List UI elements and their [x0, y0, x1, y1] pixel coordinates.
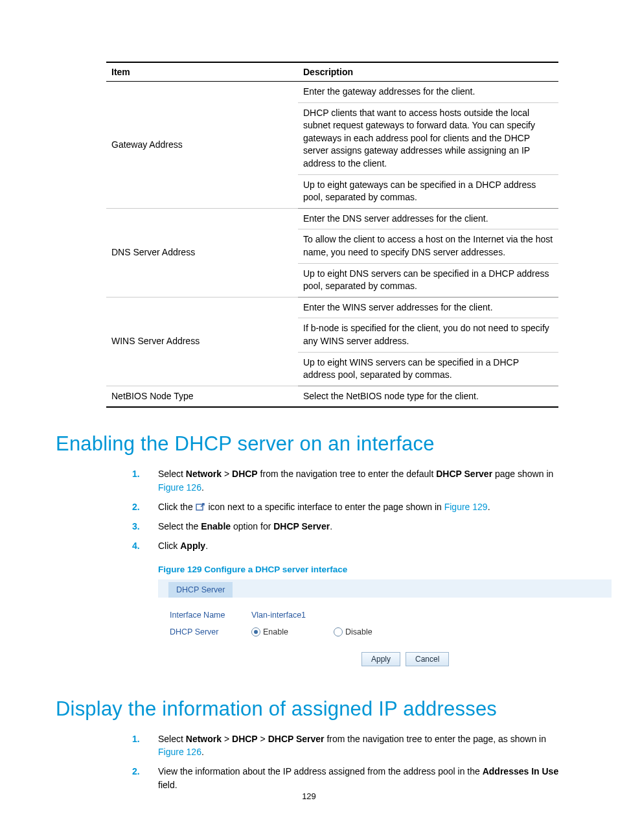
step-1: Select Network > DHCP > DHCP Server from… — [132, 732, 562, 765]
row-item-netbios: NetBIOS Node Type — [106, 386, 298, 407]
row-desc: Select the NetBIOS node type for the cli… — [298, 386, 558, 407]
fig-tabbar: DHCP Server — [158, 579, 612, 598]
row-desc: Enter the gateway addresses for the clie… — [298, 82, 558, 103]
step-4: Click Apply. — [132, 539, 562, 559]
step-1: Select Network > DHCP from the navigatio… — [132, 467, 562, 500]
figure-129-caption: Figure 129 Configure a DHCP server inter… — [158, 565, 562, 574]
page-number: 129 — [0, 791, 618, 801]
heading-enable-dhcp: Enabling the DHCP server on an interface — [56, 432, 562, 456]
figure-129: DHCP Server Interface Name Vlan-interfac… — [158, 579, 612, 666]
th-item: Item — [106, 62, 298, 82]
radio-circle-icon — [334, 627, 343, 636]
row-desc: Enter the WINS server addresses for the … — [298, 297, 558, 318]
row-item-gateway: Gateway Address — [106, 82, 298, 209]
radio-disable[interactable]: Disable — [334, 627, 372, 636]
row-desc: To allow the client to access a host on … — [298, 229, 558, 263]
heading-display-info: Display the information of assigned IP a… — [56, 697, 562, 721]
value-interface-name: Vlan-interface1 — [251, 611, 306, 620]
link-figure-126[interactable]: Figure 126 — [158, 482, 201, 493]
row-desc: If b-node is specified for the client, y… — [298, 318, 558, 352]
steps-display-info: Select Network > DHCP > DHCP Server from… — [132, 732, 562, 798]
label-interface-name: Interface Name — [170, 611, 251, 620]
row-desc: Enter the DNS server addresses for the c… — [298, 208, 558, 229]
cancel-button[interactable]: Cancel — [406, 652, 449, 666]
link-figure-126[interactable]: Figure 126 — [158, 747, 201, 757]
radio-enable[interactable]: Enable — [251, 627, 288, 636]
row-item-dns: DNS Server Address — [106, 208, 298, 297]
steps-enable-dhcp: Select Network > DHCP from the navigatio… — [132, 467, 562, 559]
th-description: Description — [298, 62, 558, 82]
row-desc: Up to eight DNS servers can be specified… — [298, 263, 558, 297]
svg-rect-0 — [196, 504, 203, 510]
row-desc: Up to eight WINS servers can be specifie… — [298, 352, 558, 386]
row-desc: DHCP clients that want to access hosts o… — [298, 102, 558, 174]
tab-dhcp-server[interactable]: DHCP Server — [168, 582, 233, 598]
apply-button[interactable]: Apply — [361, 652, 400, 666]
radio-circle-checked-icon — [251, 627, 260, 636]
row-desc: Up to eight gateways can be specified in… — [298, 174, 558, 208]
link-figure-129[interactable]: Figure 129 — [444, 502, 488, 512]
step-3: Select the Enable option for DHCP Server… — [132, 520, 562, 539]
row-item-wins: WINS Server Address — [106, 297, 298, 386]
dhcp-options-table: Item Description Gateway Address Enter t… — [106, 62, 558, 408]
label-dhcp-server: DHCP Server — [170, 627, 251, 636]
edit-icon — [196, 502, 206, 511]
step-2: Click the icon next to a specific interf… — [132, 500, 562, 520]
